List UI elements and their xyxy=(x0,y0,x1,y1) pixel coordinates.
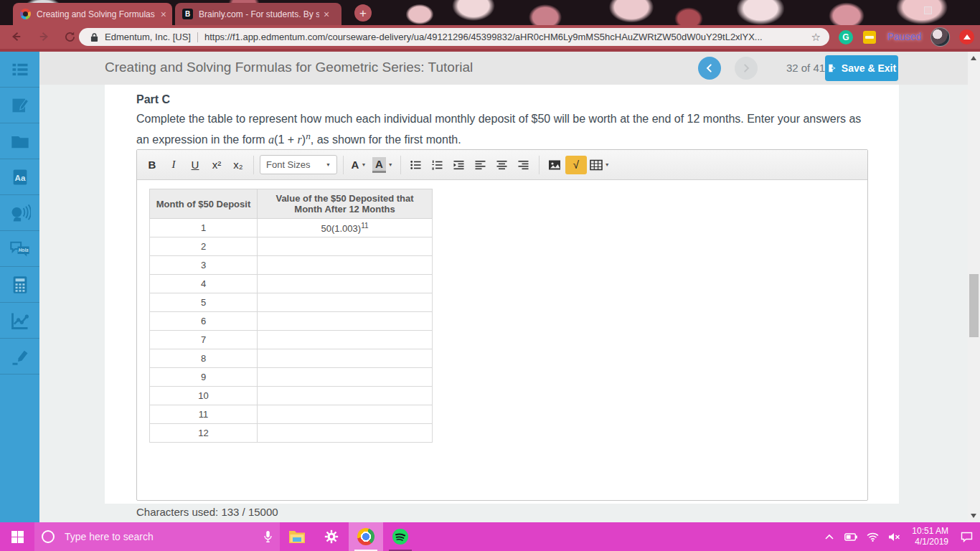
site-identity-text[interactable]: Edmentum, Inc. [US] xyxy=(105,32,191,42)
tab-close-icon[interactable]: × xyxy=(161,9,166,19)
sidebar-item-translate[interactable]: Hola xyxy=(0,231,39,267)
start-button[interactable] xyxy=(0,522,34,551)
action-center-icon[interactable] xyxy=(957,532,976,542)
brainly-favicon-icon: B xyxy=(182,9,193,19)
month-cell[interactable]: 8 xyxy=(150,349,258,368)
taskbar-spotify[interactable] xyxy=(383,522,418,551)
tab-edmentum[interactable]: Creating and Solving Formulas fo × xyxy=(13,3,172,25)
bookmark-star-icon[interactable]: ☆ xyxy=(811,31,821,44)
volume-muted-icon[interactable] xyxy=(885,532,903,542)
browser-refresh-icon[interactable] xyxy=(62,29,77,44)
browser-back-icon[interactable] xyxy=(9,29,24,44)
underline-button[interactable]: U xyxy=(184,155,206,175)
taskbar-clock[interactable]: 10:51 AM 4/1/2019 xyxy=(906,526,954,547)
scroll-up-icon[interactable] xyxy=(971,56,976,60)
month-cell[interactable]: 11 xyxy=(150,405,258,424)
month-cell[interactable]: 4 xyxy=(150,275,258,293)
sidebar-item-calculator[interactable] xyxy=(0,267,39,303)
sidebar-item-text-to-speech[interactable] xyxy=(0,195,39,231)
scroll-down-icon[interactable] xyxy=(971,514,976,518)
new-tab-button[interactable]: + xyxy=(354,4,372,22)
taskbar-settings[interactable] xyxy=(314,522,349,551)
profile-avatar[interactable] xyxy=(930,27,950,47)
toolbar-separator xyxy=(539,156,540,174)
address-bar[interactable]: Edmentum, Inc. [US] https://f1.app.edmen… xyxy=(79,28,829,46)
instructions-text: Complete the table to represent how much… xyxy=(136,110,867,149)
sidebar-item-glossary[interactable]: Aa xyxy=(0,159,39,195)
month-cell[interactable]: 2 xyxy=(150,237,258,256)
month-cell[interactable]: 12 xyxy=(150,424,258,443)
value-cell[interactable] xyxy=(258,424,433,443)
superscript-button[interactable]: x² xyxy=(206,155,227,175)
caret-down-icon: ▼ xyxy=(361,162,366,167)
sidebar-item-graphing-tool[interactable] xyxy=(0,303,39,339)
month-cell[interactable]: 5 xyxy=(150,293,258,312)
battery-icon[interactable] xyxy=(842,533,860,541)
value-cell[interactable] xyxy=(258,331,433,349)
tray-expand-icon[interactable] xyxy=(820,534,839,540)
month-cell[interactable]: 7 xyxy=(150,331,258,349)
value-cell[interactable] xyxy=(258,256,433,275)
equation-button[interactable]: √ xyxy=(565,156,587,174)
microphone-icon[interactable] xyxy=(263,530,273,543)
sidebar-item-notes[interactable] xyxy=(0,88,39,123)
grammarly-extension-icon[interactable]: G xyxy=(839,30,853,44)
table-row: 9 xyxy=(150,368,433,387)
value-cell[interactable] xyxy=(258,237,433,256)
sidebar-item-table-of-contents[interactable] xyxy=(0,52,39,88)
sync-paused-status[interactable]: Paused xyxy=(887,31,921,42)
rich-text-editor[interactable]: B I U x² x₂ Font Sizes ▼ A ▼ xyxy=(136,149,868,501)
table-row: 5 xyxy=(150,293,433,312)
value-cell[interactable] xyxy=(258,349,433,368)
month-cell[interactable]: 6 xyxy=(150,312,258,331)
search-input[interactable] xyxy=(65,531,263,542)
value-cell[interactable] xyxy=(258,312,433,331)
indent-button[interactable] xyxy=(448,155,470,175)
tab-close-icon[interactable]: × xyxy=(324,9,329,19)
taskbar-chrome[interactable] xyxy=(349,522,383,551)
lesson-back-button[interactable] xyxy=(698,57,721,80)
taskbar-search[interactable] xyxy=(34,522,280,551)
text-color-button[interactable]: A ▼ xyxy=(348,155,369,175)
bold-button[interactable]: B xyxy=(141,155,163,175)
align-left-button[interactable] xyxy=(470,155,491,175)
month-cell[interactable]: 9 xyxy=(150,368,258,387)
red-extension-icon[interactable] xyxy=(959,29,974,44)
page-scrollbar[interactable] xyxy=(968,52,980,522)
clock-time: 10:51 AM xyxy=(912,526,948,537)
insert-table-button[interactable]: ▼ xyxy=(587,155,613,175)
tab-brainly[interactable]: B Brainly.com - For students. By stu × xyxy=(175,3,341,25)
wifi-icon[interactable] xyxy=(863,532,882,542)
font-sizes-dropdown[interactable]: Font Sizes ▼ xyxy=(260,155,337,174)
month-cell[interactable]: 3 xyxy=(150,256,258,275)
edmentum-favicon-icon xyxy=(20,9,31,19)
align-right-button[interactable] xyxy=(513,155,534,175)
align-center-button[interactable] xyxy=(491,155,513,175)
value-cell[interactable] xyxy=(258,275,433,293)
value-cell[interactable]: 50(1.003)11 xyxy=(258,219,433,237)
window-restore-icon[interactable] xyxy=(924,6,932,14)
background-color-button[interactable]: A ▼ xyxy=(369,155,396,175)
month-cell[interactable]: 1 xyxy=(150,219,258,237)
sidebar-item-highlighter[interactable] xyxy=(0,339,39,375)
browser-forward-icon[interactable] xyxy=(36,29,52,44)
insert-image-button[interactable] xyxy=(544,155,565,175)
bullet-list-button[interactable] xyxy=(405,155,427,175)
caret-down-icon: ▼ xyxy=(326,162,331,167)
value-cell[interactable] xyxy=(258,368,433,387)
value-cell[interactable] xyxy=(258,387,433,405)
value-cell[interactable] xyxy=(258,405,433,424)
lesson-forward-button[interactable] xyxy=(735,57,758,80)
italic-button[interactable]: I xyxy=(163,155,184,175)
month-cell[interactable]: 10 xyxy=(150,387,258,405)
scrollbar-thumb[interactable] xyxy=(969,274,979,337)
value-cell[interactable] xyxy=(258,293,433,312)
subscript-button[interactable]: x₂ xyxy=(227,155,249,175)
url-text[interactable]: https://f1.app.edmentum.com/courseware-d… xyxy=(204,32,806,42)
taskbar-file-explorer[interactable] xyxy=(280,522,314,551)
numbered-list-button[interactable] xyxy=(427,155,448,175)
save-exit-button[interactable]: Save & Exit xyxy=(825,55,898,81)
sidebar-item-resources[interactable] xyxy=(0,123,39,159)
yellow-extension-icon[interactable] xyxy=(863,31,876,44)
caret-down-icon: ▼ xyxy=(605,162,610,167)
